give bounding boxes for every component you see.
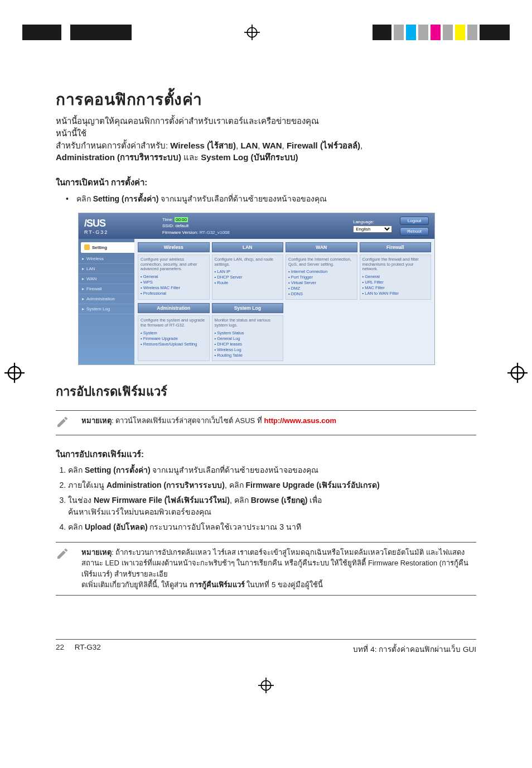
card-link[interactable]: Wireless Log — [215, 347, 281, 352]
time-label: Time: — [162, 217, 173, 222]
note-text: หมายเหตุ: ถ้ากระบวนการอัปเกรดล้มเหลว ไวร… — [81, 547, 476, 591]
text: คลิก — [68, 465, 85, 474]
card-link[interactable]: MAC Filter — [362, 285, 429, 290]
note-label: หมายเหตุ — [81, 548, 112, 556]
language-label: Language: — [353, 219, 374, 224]
sidebar-item-wireless[interactable]: ▸Wireless — [79, 254, 134, 264]
card-link[interactable]: WPS — [141, 280, 207, 285]
footer-chapter: บทที่ 4: การตั้งค่าคอนฟิกผ่านเว็บ GUI — [353, 643, 476, 655]
card-link[interactable]: Wireless MAC Filter — [141, 285, 207, 290]
option-wan: WAN — [263, 141, 282, 150]
brand-text: /SUS — [84, 218, 151, 229]
sidebar-item-admin[interactable]: ▸Administration — [79, 294, 134, 304]
card-link[interactable]: General — [141, 274, 207, 279]
option-syslog: System Log (บันทึกระบบ) — [201, 152, 298, 162]
router-header: /SUS RT-G32 Time: 00:00 SSID: default Fi… — [79, 213, 434, 239]
chevron-right-icon: ▸ — [82, 286, 84, 291]
card-desc: Monitor the status and various system lo… — [215, 318, 281, 328]
reg-block — [467, 25, 477, 40]
note-label: หมายเหตุ — [81, 416, 112, 425]
card-link[interactable]: Restore/Save/Upload Setting — [141, 342, 207, 347]
note-text: หมายเหตุ: ดาวน์โหลดเฟิร์มแวร์ล่าสุดจากเว… — [81, 415, 336, 426]
text: คลิก — [68, 522, 85, 531]
router-logo: /SUS RT-G32 — [84, 218, 151, 234]
card-link[interactable]: DHCP Server — [215, 275, 281, 280]
list-item: คลิก Setting (การตั้งค่า) จากเมนูสำหรับเ… — [68, 464, 476, 476]
card-header-firewall: Firewall — [360, 242, 432, 252]
asus-url-link[interactable]: http://www.asus.com — [264, 416, 336, 425]
card-link[interactable]: DDNS — [288, 291, 355, 296]
text: ในช่อง — [68, 496, 94, 505]
card-link[interactable]: LAN to WAN Filter — [362, 291, 429, 296]
model-text: RT-G32 — [84, 229, 151, 235]
text: ในบทที่ 5 ของคู่มือผู้ใช้นี้ — [245, 580, 323, 589]
fw-label: Firmware Version: — [162, 230, 198, 235]
text: , — [282, 141, 287, 150]
option-wireless: Wireless (ไร้สาย) — [170, 141, 236, 150]
card-link[interactable]: Routing Table — [215, 353, 281, 358]
card-link[interactable]: Internet Connection — [288, 269, 355, 274]
text: , — [258, 141, 262, 150]
card-lan: Configure LAN, dhcp, and route settings.… — [212, 255, 284, 300]
text: จากเมนูสำหรับเลือกที่ด้านซ้ายของหน้าจอขอ… — [161, 194, 327, 203]
card-link[interactable]: System — [141, 330, 207, 335]
list-item: ในช่อง New Firmware File (ไฟล์เฟิร์มแวร์… — [68, 495, 476, 518]
print-registration-top — [22, 22, 510, 42]
fw-version-link[interactable]: RT-G32_v1008 — [200, 230, 230, 235]
card-link[interactable]: DMZ — [288, 286, 355, 291]
text: จากเมนูสำหรับเลือกที่ด้านซ้ายของหน้าจอขอ… — [151, 465, 319, 474]
card-wireless: Configure your wireless connection, secu… — [138, 255, 210, 300]
text: : ดาวน์โหลดเฟิร์มแวร์ล่าสุดจากเว็บไซต์ A… — [112, 416, 264, 425]
card-desc: Configure the Internet connection, QoS, … — [288, 257, 355, 267]
fw-upgrade-label: Firmware Upgrade (เฟิร์มแวร์อัปเกรด) — [246, 481, 380, 489]
text: , — [360, 141, 362, 150]
list-item: คลิก Upload (อัปโหลด) กระบวนการอัปโหลดใช… — [68, 521, 476, 533]
setting-label: Setting (การตั้งค่า) — [93, 194, 159, 203]
card-link[interactable]: Virtual Server — [288, 280, 355, 285]
text: ค้นหาเฟิร์มแวร์ใหม่บนคอมพิวเตอร์ของคุณ — [68, 507, 211, 516]
ssid-label: SSID: — [162, 223, 174, 228]
fw-restore-label: การกู้คืนเฟิร์มแวร์ — [190, 580, 245, 589]
sidebar-item-label: WAN — [86, 276, 96, 281]
text: ภายใต้เมนู — [68, 481, 107, 489]
logout-button[interactable]: Logout — [400, 217, 429, 225]
card-link[interactable]: System Status — [215, 330, 281, 335]
intro-line: หน้านี้ใช้ — [56, 127, 476, 140]
card-link[interactable]: LAN IP — [215, 269, 281, 274]
sidebar-item-lan[interactable]: ▸LAN — [79, 264, 134, 274]
sidebar-item-label: LAN — [86, 266, 95, 271]
pencil-note-icon — [56, 547, 70, 562]
card-link[interactable]: General Log — [215, 336, 281, 341]
card-desc: Configure the firewall and filter mechan… — [362, 257, 429, 272]
card-link[interactable]: Professional — [141, 291, 207, 296]
card-wan: Configure the Internet connection, QoS, … — [286, 255, 357, 300]
chevron-right-icon: ▸ — [82, 256, 84, 261]
card-link[interactable]: URL Filter — [362, 280, 429, 285]
intro-line: หน้านี้อนุญาตให้คุณคอนฟิกการตั้งค่าสำหรั… — [56, 115, 476, 127]
sidebar-item-setting[interactable]: Setting — [81, 242, 134, 253]
sidebar-item-syslog[interactable]: ▸System Log — [79, 304, 134, 314]
sidebar-item-firewall[interactable]: ▸Firewall — [79, 284, 134, 294]
card-link[interactable]: Route — [215, 280, 281, 285]
page-title: การคอนฟิกการตั้งค่า — [56, 87, 476, 112]
card-link[interactable]: Port Trigger — [288, 275, 355, 280]
note-block: หมายเหตุ: ถ้ากระบวนการอัปเกรดล้มเหลว ไวร… — [56, 542, 476, 596]
option-lan: LAN — [240, 141, 258, 150]
chevron-right-icon: ▸ — [82, 266, 84, 271]
text: , คลิก — [230, 496, 251, 505]
bullet-list: คลิก Setting (การตั้งค่า) จากเมนูสำหรับเ… — [56, 193, 476, 205]
card-link[interactable]: General — [362, 274, 429, 279]
router-main: Wireless LAN WAN Firewall Configure your… — [134, 239, 434, 364]
firmware-upgrade-title: การอัปเกรดเฟิร์มแวร์ — [56, 382, 476, 401]
pencil-note-icon — [56, 415, 70, 430]
sidebar-item-wan[interactable]: ▸WAN — [79, 274, 134, 284]
card-link[interactable]: Firmware Upgrade — [141, 336, 207, 341]
chevron-right-icon: ▸ — [82, 296, 84, 301]
reboot-button[interactable]: Reboot — [400, 227, 429, 236]
intro-line: สำหรับกำหนดการตั้งค่าสำหรับ: Wireless (ไ… — [56, 140, 476, 152]
chevron-right-icon: ▸ — [82, 276, 84, 281]
card-desc: Configure your wireless connection, secu… — [141, 257, 207, 272]
language-select[interactable]: English — [353, 225, 392, 233]
reg-block — [431, 25, 441, 40]
card-link[interactable]: DHCP leases — [215, 342, 281, 347]
